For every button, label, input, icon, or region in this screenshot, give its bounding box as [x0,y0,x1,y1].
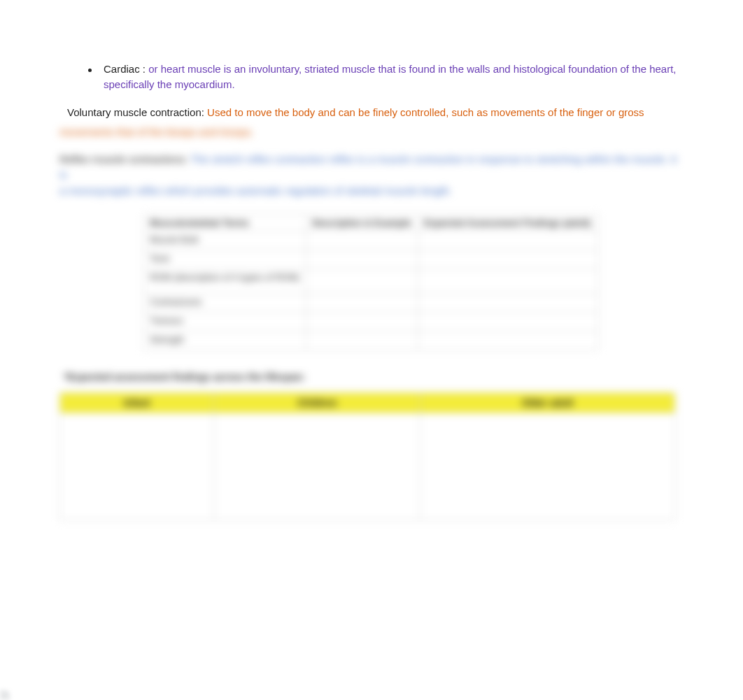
blurred-preview-region: movements that of the biceps and triceps… [59,124,682,516]
cell-empty [418,313,597,331]
cell-term: Strength [144,331,306,350]
cell-empty [306,269,418,294]
bullet-list: Cardiac : or heart muscle is an involunt… [67,62,683,92]
cell-empty [420,413,675,520]
th-findings: Expected Assessment Findings (adult) [418,215,597,231]
reflex-label: Reflex muscle contractions: [59,153,191,165]
cell-empty [418,294,597,313]
table-row [60,413,675,520]
table-row: Strength [144,331,598,350]
cell-term: Muscle Bulk [144,231,306,250]
th-older-adult: Older adult [420,393,675,413]
reflex-text-b: a monosynaptic reflex which provides aut… [59,185,452,197]
voluntary-text-b: movements that of the biceps and triceps… [59,126,254,138]
th-terms: Musculoskeletal Terms [144,215,306,231]
cell-empty [60,413,214,520]
table-header-row: Infant Children Older adult [60,393,675,413]
cell-empty [214,413,420,520]
document-page: Cardiac : or heart muscle is an involunt… [0,0,743,700]
cell-empty [418,331,597,350]
th-infant: Infant [60,393,214,413]
cell-empty [306,231,418,250]
table-row: ROM (description of 4 types of ROM) [144,269,598,294]
cell-term: Tone [144,250,306,269]
page-corner-indicator [0,690,10,700]
cell-term: Tremors [144,313,306,331]
bullet-item-cardiac: Cardiac : or heart muscle is an involunt… [67,62,683,92]
cell-empty [418,250,597,269]
cell-empty [306,294,418,313]
terms-table: Musculoskeletal Terms Description & Exam… [143,214,598,350]
th-children: Children [214,393,420,413]
cell-empty [306,331,418,350]
lifespan-table-wrap: Infant Children Older adult [59,392,675,520]
lifespan-heading: *Expected assessment findings across the… [64,371,682,383]
table-row: Muscle Bulk [144,231,598,250]
table-header-row: Musculoskeletal Terms Description & Exam… [144,215,598,231]
terms-table-wrap: Musculoskeletal Terms Description & Exam… [143,214,598,350]
cell-term: Contractures [144,294,306,313]
reflex-paragraph: Reflex muscle contractions: The stretch … [59,152,682,199]
th-description: Description & Example [306,215,418,231]
voluntary-text-a: Used to move the body and can be finely … [207,106,644,118]
voluntary-paragraph: Voluntary muscle contraction: Used to mo… [67,105,683,120]
voluntary-label: Voluntary muscle contraction: [67,106,207,118]
readable-region: Cardiac : or heart muscle is an involunt… [67,62,683,129]
cell-empty [418,269,597,294]
table-row: Tone [144,250,598,269]
bullet-text: or heart muscle is an involuntary, stria… [104,63,677,90]
cell-empty [418,231,597,250]
lifespan-table: Infant Children Older adult [59,392,675,520]
cell-empty [306,250,418,269]
cell-empty [306,313,418,331]
table-row: Tremors [144,313,598,331]
cell-term: ROM (description of 4 types of ROM) [144,269,306,294]
bullet-label: Cardiac : [104,63,148,75]
voluntary-continuation: movements that of the biceps and triceps… [59,124,682,141]
table-row: Contractures [144,294,598,313]
